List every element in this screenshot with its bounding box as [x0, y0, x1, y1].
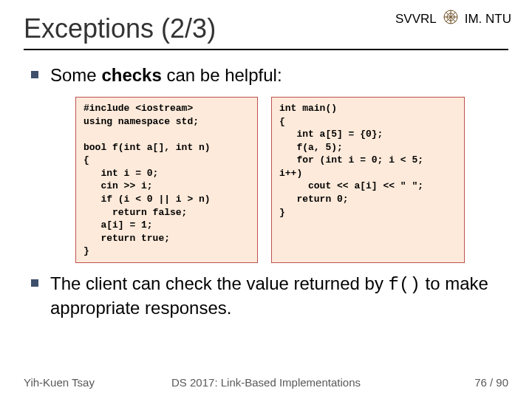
bullet-2-text: The client can check the value returned … — [50, 272, 501, 319]
square-bullet-icon — [31, 71, 38, 78]
content-area: Some checks can be helpful: #include <io… — [0, 50, 532, 319]
code-row: #include <iostream> using namespace std;… — [75, 97, 501, 263]
ntu-logo-icon — [443, 9, 459, 29]
square-bullet-icon — [31, 279, 38, 287]
footer-page: 76 / 90 — [474, 376, 508, 389]
b1-suffix: can be helpful: — [162, 65, 282, 85]
b1-prefix: Some — [50, 65, 101, 85]
org-left-label: SVVRL — [395, 12, 437, 27]
org-right-label: IM. NTU — [465, 12, 511, 27]
header-right: SVVRL IM. NTU — [395, 9, 511, 29]
code-box-left: #include <iostream> using namespace std;… — [75, 97, 258, 263]
footer-course: DS 2017: Link-Based Implementations — [171, 376, 361, 389]
footer: Yih-Kuen Tsay DS 2017: Link-Based Implem… — [0, 376, 532, 389]
bullet-1: Some checks can be helpful: — [31, 64, 501, 86]
b2-prefix: The client can check the value returned … — [50, 273, 389, 293]
footer-author: Yih-Kuen Tsay — [24, 376, 95, 389]
code-box-right: int main() { int a[5] = {0}; f(a, 5); fo… — [271, 97, 465, 263]
b2-code: f() — [389, 275, 420, 295]
header: SVVRL IM. NTU Exceptions (2/3) — [0, 0, 532, 44]
bullet-2: The client can check the value returned … — [31, 272, 501, 319]
b1-strong: checks — [101, 65, 161, 85]
bullet-1-text: Some checks can be helpful: — [50, 64, 282, 86]
